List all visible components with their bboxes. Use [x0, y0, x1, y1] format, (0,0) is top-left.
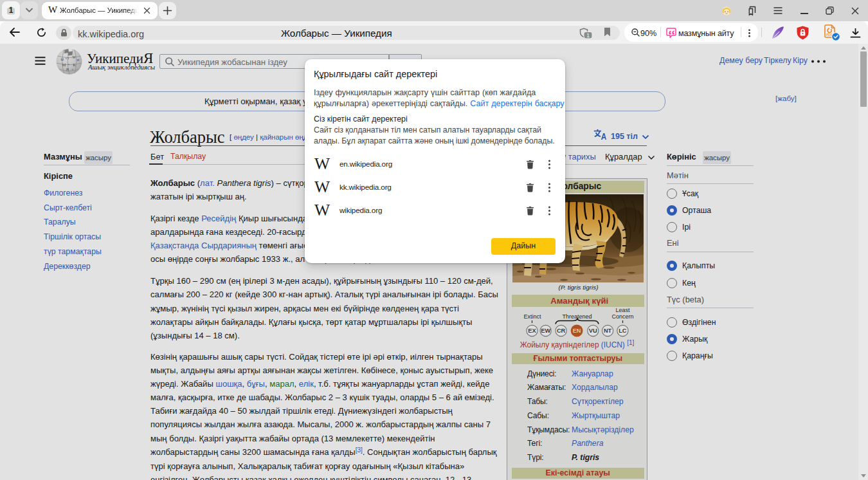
svg-text:1: 1 — [9, 6, 14, 15]
svg-text:PDF: PDF — [826, 33, 832, 37]
svg-text:1: 1 — [586, 32, 590, 39]
